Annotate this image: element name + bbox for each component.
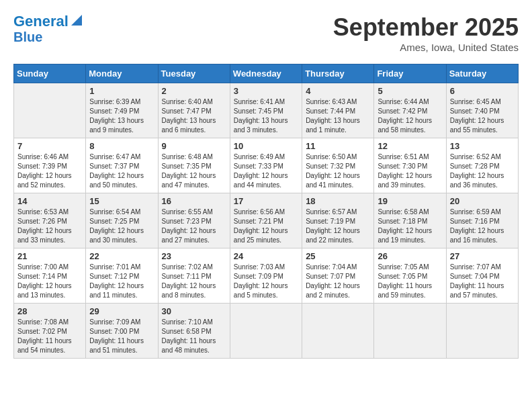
day-number: 2 xyxy=(162,86,226,96)
day-info: Sunrise: 7:07 AMSunset: 7:04 PMDaylight:… xyxy=(450,263,515,300)
calendar-day-cell: 7Sunrise: 6:46 AMSunset: 7:39 PMDaylight… xyxy=(14,138,86,193)
day-number: 27 xyxy=(450,251,515,261)
day-info: Sunrise: 7:02 AMSunset: 7:11 PMDaylight:… xyxy=(162,263,226,300)
day-info: Sunrise: 7:01 AMSunset: 7:12 PMDaylight:… xyxy=(89,263,154,300)
day-number: 18 xyxy=(306,196,370,206)
calendar-day-cell: 3Sunrise: 6:41 AMSunset: 7:45 PMDaylight… xyxy=(230,83,302,138)
weekday-header-row: SundayMondayTuesdayWednesdayThursdayFrid… xyxy=(14,64,519,83)
day-info: Sunrise: 6:55 AMSunset: 7:23 PMDaylight:… xyxy=(162,208,226,245)
day-number: 24 xyxy=(234,251,298,261)
day-number: 3 xyxy=(234,86,298,96)
day-number: 14 xyxy=(17,196,82,206)
day-info: Sunrise: 6:45 AMSunset: 7:40 PMDaylight:… xyxy=(450,97,515,135)
day-number: 19 xyxy=(378,196,442,206)
day-info: Sunrise: 6:54 AMSunset: 7:25 PMDaylight:… xyxy=(89,208,154,245)
calendar-day-cell: 11Sunrise: 6:50 AMSunset: 7:32 PMDayligh… xyxy=(302,138,374,193)
calendar-table: SundayMondayTuesdayWednesdayThursdayFrid… xyxy=(13,64,519,359)
weekday-header-thursday: Thursday xyxy=(302,64,374,83)
calendar-day-cell: 27Sunrise: 7:07 AMSunset: 7:04 PMDayligh… xyxy=(446,248,518,304)
day-info: Sunrise: 6:46 AMSunset: 7:39 PMDaylight:… xyxy=(17,152,82,190)
calendar-day-cell: 29Sunrise: 7:09 AMSunset: 7:00 PMDayligh… xyxy=(86,304,158,359)
logo-icon xyxy=(70,13,83,27)
svg-marker-0 xyxy=(71,15,82,26)
calendar-day-cell: 15Sunrise: 6:54 AMSunset: 7:25 PMDayligh… xyxy=(86,193,158,248)
page-header: General Blue September 2025 Ames, Iowa, … xyxy=(13,13,519,53)
calendar-day-cell: 4Sunrise: 6:43 AMSunset: 7:44 PMDaylight… xyxy=(302,83,374,138)
month-title: September 2025 xyxy=(333,13,519,42)
day-info: Sunrise: 6:57 AMSunset: 7:19 PMDaylight:… xyxy=(306,208,370,245)
calendar-day-cell: 20Sunrise: 6:59 AMSunset: 7:16 PMDayligh… xyxy=(446,193,518,248)
day-number: 17 xyxy=(234,196,298,206)
day-info: Sunrise: 6:47 AMSunset: 7:37 PMDaylight:… xyxy=(89,152,154,190)
day-info: Sunrise: 6:49 AMSunset: 7:33 PMDaylight:… xyxy=(234,152,298,190)
calendar-day-cell: 26Sunrise: 7:05 AMSunset: 7:05 PMDayligh… xyxy=(374,248,446,304)
calendar-day-cell: 8Sunrise: 6:47 AMSunset: 7:37 PMDaylight… xyxy=(86,138,158,193)
calendar-day-cell: 18Sunrise: 6:57 AMSunset: 7:19 PMDayligh… xyxy=(302,193,374,248)
calendar-week-row: 28Sunrise: 7:08 AMSunset: 7:02 PMDayligh… xyxy=(14,304,519,359)
location: Ames, Iowa, United States xyxy=(333,42,519,53)
day-info: Sunrise: 7:03 AMSunset: 7:09 PMDaylight:… xyxy=(234,263,298,300)
day-number: 25 xyxy=(306,251,370,261)
title-block: September 2025 Ames, Iowa, United States xyxy=(333,13,519,53)
calendar-week-row: 1Sunrise: 6:39 AMSunset: 7:49 PMDaylight… xyxy=(14,83,519,138)
calendar-day-cell: 2Sunrise: 6:40 AMSunset: 7:47 PMDaylight… xyxy=(158,83,230,138)
day-number: 26 xyxy=(378,251,442,261)
day-info: Sunrise: 6:48 AMSunset: 7:35 PMDaylight:… xyxy=(162,152,226,190)
calendar-day-cell: 22Sunrise: 7:01 AMSunset: 7:12 PMDayligh… xyxy=(86,248,158,304)
calendar-day-cell: 24Sunrise: 7:03 AMSunset: 7:09 PMDayligh… xyxy=(230,248,302,304)
calendar-day-cell: 28Sunrise: 7:08 AMSunset: 7:02 PMDayligh… xyxy=(14,304,86,359)
day-info: Sunrise: 7:09 AMSunset: 7:00 PMDaylight:… xyxy=(89,318,154,355)
day-info: Sunrise: 6:59 AMSunset: 7:16 PMDaylight:… xyxy=(450,208,515,245)
day-info: Sunrise: 6:56 AMSunset: 7:21 PMDaylight:… xyxy=(234,208,298,245)
calendar-day-cell xyxy=(14,83,86,138)
calendar-day-cell: 19Sunrise: 6:58 AMSunset: 7:18 PMDayligh… xyxy=(374,193,446,248)
calendar-day-cell xyxy=(230,304,302,359)
calendar-day-cell: 17Sunrise: 6:56 AMSunset: 7:21 PMDayligh… xyxy=(230,193,302,248)
day-number: 13 xyxy=(450,141,515,151)
calendar-day-cell: 21Sunrise: 7:00 AMSunset: 7:14 PMDayligh… xyxy=(14,248,86,304)
calendar-day-cell xyxy=(374,304,446,359)
day-number: 12 xyxy=(378,141,442,151)
weekday-header-friday: Friday xyxy=(374,64,446,83)
day-info: Sunrise: 6:43 AMSunset: 7:44 PMDaylight:… xyxy=(306,97,370,135)
day-info: Sunrise: 6:58 AMSunset: 7:18 PMDaylight:… xyxy=(378,208,442,245)
day-info: Sunrise: 6:50 AMSunset: 7:32 PMDaylight:… xyxy=(306,152,370,190)
calendar-day-cell: 10Sunrise: 6:49 AMSunset: 7:33 PMDayligh… xyxy=(230,138,302,193)
day-info: Sunrise: 7:08 AMSunset: 7:02 PMDaylight:… xyxy=(17,318,82,355)
calendar-day-cell: 5Sunrise: 6:44 AMSunset: 7:42 PMDaylight… xyxy=(374,83,446,138)
day-number: 11 xyxy=(306,141,370,151)
day-info: Sunrise: 7:04 AMSunset: 7:07 PMDaylight:… xyxy=(306,263,370,300)
calendar-day-cell: 1Sunrise: 6:39 AMSunset: 7:49 PMDaylight… xyxy=(86,83,158,138)
day-number: 8 xyxy=(89,141,154,151)
weekday-header-tuesday: Tuesday xyxy=(158,64,230,83)
day-number: 21 xyxy=(17,251,82,261)
logo-text-blue: Blue xyxy=(13,30,42,44)
day-number: 5 xyxy=(378,86,442,96)
day-info: Sunrise: 6:44 AMSunset: 7:42 PMDaylight:… xyxy=(378,97,442,135)
day-info: Sunrise: 6:51 AMSunset: 7:30 PMDaylight:… xyxy=(378,152,442,190)
calendar-day-cell: 23Sunrise: 7:02 AMSunset: 7:11 PMDayligh… xyxy=(158,248,230,304)
day-number: 16 xyxy=(162,196,226,206)
day-info: Sunrise: 6:41 AMSunset: 7:45 PMDaylight:… xyxy=(234,97,298,135)
calendar-day-cell: 14Sunrise: 6:53 AMSunset: 7:26 PMDayligh… xyxy=(14,193,86,248)
calendar-day-cell: 25Sunrise: 7:04 AMSunset: 7:07 PMDayligh… xyxy=(302,248,374,304)
calendar-day-cell: 9Sunrise: 6:48 AMSunset: 7:35 PMDaylight… xyxy=(158,138,230,193)
day-number: 28 xyxy=(17,306,82,316)
logo: General Blue xyxy=(13,13,83,44)
calendar-day-cell: 12Sunrise: 6:51 AMSunset: 7:30 PMDayligh… xyxy=(374,138,446,193)
day-info: Sunrise: 6:53 AMSunset: 7:26 PMDaylight:… xyxy=(17,208,82,245)
day-info: Sunrise: 6:39 AMSunset: 7:49 PMDaylight:… xyxy=(89,97,154,135)
day-number: 1 xyxy=(89,86,154,96)
day-number: 23 xyxy=(162,251,226,261)
day-number: 15 xyxy=(89,196,154,206)
day-number: 20 xyxy=(450,196,515,206)
calendar-day-cell xyxy=(446,304,518,359)
day-info: Sunrise: 6:40 AMSunset: 7:47 PMDaylight:… xyxy=(162,97,226,135)
calendar-week-row: 14Sunrise: 6:53 AMSunset: 7:26 PMDayligh… xyxy=(14,193,519,248)
weekday-header-saturday: Saturday xyxy=(446,64,518,83)
day-number: 9 xyxy=(162,141,226,151)
weekday-header-monday: Monday xyxy=(86,64,158,83)
day-number: 10 xyxy=(234,141,298,151)
day-info: Sunrise: 7:00 AMSunset: 7:14 PMDaylight:… xyxy=(17,263,82,300)
day-info: Sunrise: 7:05 AMSunset: 7:05 PMDaylight:… xyxy=(378,263,442,300)
